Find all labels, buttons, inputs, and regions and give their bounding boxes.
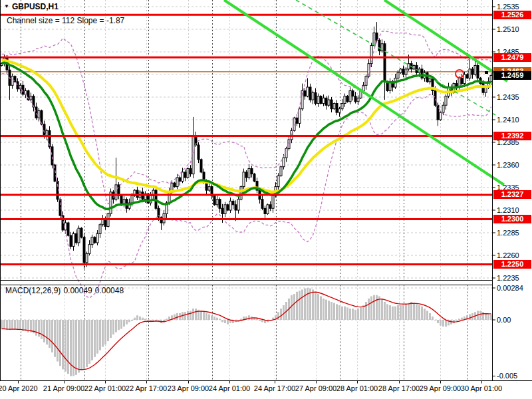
price-axis-label: 1.2310 — [497, 206, 519, 215]
chart-canvas[interactable] — [0, 0, 532, 399]
price-tag: 1.2327 — [493, 190, 531, 199]
macd-value: 0.00049 — [63, 286, 92, 295]
symbol-dropdown-icon[interactable]: ▼ — [4, 3, 9, 9]
macd-axis-label: 0.00 — [497, 316, 511, 325]
price-axis-label: 1.2435 — [497, 93, 519, 102]
price-tag: 1.2459 — [493, 71, 531, 80]
time-axis-label[interactable]: 29 Apr 09:00 — [417, 384, 464, 392]
macd-signal-value: 0.00048 — [95, 286, 124, 295]
price-axis-label: 1.2410 — [497, 116, 519, 124]
macd-axis-label: 0.00284 — [497, 284, 523, 293]
price-tag: 1.2526 — [493, 11, 531, 19]
time-axis-label[interactable]: 24 Apr 01:00 — [206, 384, 253, 392]
time-axis-label[interactable]: 28 Apr 17:00 — [376, 384, 422, 392]
price-tag: 1.2392 — [493, 132, 531, 140]
last-price-marker — [485, 71, 488, 74]
price-axis-label: 1.2285 — [497, 229, 519, 237]
macd-layer — [1, 288, 492, 376]
time-axis-label[interactable]: 22 Apr 17:00 — [123, 384, 170, 392]
price-axis-label: 1.2260 — [497, 251, 519, 260]
trendlines-layer — [224, 0, 507, 185]
price-axis-label: 1.2510 — [497, 25, 519, 34]
symbol-title: ▼GBPUSD,H1 — [4, 2, 59, 11]
price-axis-label: 1.2535 — [497, 3, 519, 11]
time-axis-label[interactable]: 27 Apr 09:00 — [293, 384, 339, 392]
time-axis-label[interactable]: 28 Apr 01:00 — [334, 384, 380, 392]
mt4-chart-window: ▼GBPUSD,H1 Channel size = 112 Slope = -1… — [0, 0, 532, 399]
price-axis-label: 1.2235 — [497, 274, 519, 283]
price-axis-label: 1.2360 — [497, 161, 519, 170]
time-axis-label[interactable]: 21 Apr 09:00 — [41, 384, 87, 392]
time-axis-label[interactable]: 30 Apr 01:00 — [458, 384, 505, 392]
symbol-title-label: GBPUSD,H1 — [12, 2, 59, 11]
macd-name: MACD(12,26,9) — [5, 286, 61, 295]
macd-axis-label: -0.005 — [497, 372, 517, 380]
time-axis-label[interactable]: 24 Apr 17:00 — [251, 384, 298, 392]
price-tag: 1.2300 — [493, 215, 531, 223]
time-axis-label[interactable]: 20 Apr 2020 — [0, 384, 41, 392]
trend-line[interactable] — [224, 0, 504, 185]
time-axis-label[interactable]: 22 Apr 01:00 — [82, 384, 128, 392]
channel-annotation-label: Channel size = 112 Slope = -1.87 — [7, 16, 124, 25]
price-tag: 1.2250 — [493, 260, 531, 269]
macd-indicator-label: MACD(12,26,9)0.000490.00048 — [5, 286, 126, 295]
time-axis-label[interactable]: 23 Apr 09:00 — [165, 384, 211, 392]
candles-layer — [1, 22, 492, 269]
macd-signal-line — [2, 292, 491, 370]
price-tag: 1.2479 — [493, 53, 531, 62]
